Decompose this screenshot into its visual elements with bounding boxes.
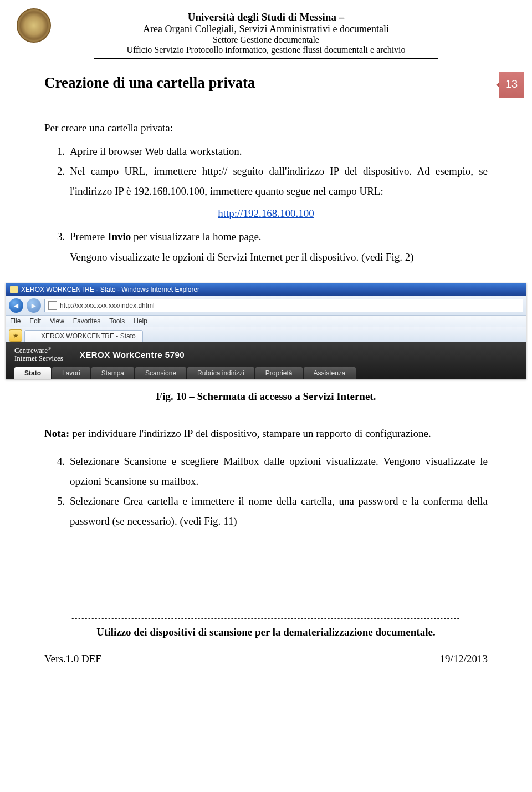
footer-version: Vers.1.0 DEF	[44, 653, 101, 665]
favorites-star-icon[interactable]: ★	[9, 329, 22, 342]
cw-tab-assistenza[interactable]: Assistenza	[304, 367, 356, 379]
document-header: Università degli Studi di Messina – Area…	[44, 11, 488, 59]
step-2: Nel campo URL, immettere http:// seguito…	[68, 161, 488, 201]
footer-meta: Vers.1.0 DEF 19/12/2013	[44, 653, 488, 665]
ie-window-title: XEROX WORKCENTRE - Stato - Windows Inter…	[21, 286, 200, 293]
menu-help[interactable]: Help	[134, 317, 147, 325]
header-separator	[94, 58, 438, 59]
centreware-header: Centreware® Internet Services XEROX Work…	[6, 342, 526, 379]
page-number-callout: 13	[484, 72, 524, 98]
ie-screenshot-figure: XEROX WORKCENTRE - Stato - Windows Inter…	[6, 283, 526, 379]
header-office: Ufficio Servizio Protocollo informatico,…	[44, 45, 488, 55]
step-4: Selezionare Scansione e scegliere Mailbo…	[68, 451, 488, 491]
step-5: Selezionare Crea cartella e immettere il…	[68, 491, 488, 531]
note-text: per individuare l'indirizzo IP del dispo…	[69, 428, 431, 439]
footer-title: Utilizzo dei dispositivi di scansione pe…	[44, 626, 488, 638]
menu-view[interactable]: View	[50, 317, 64, 325]
menu-favorites[interactable]: Favorites	[73, 317, 100, 325]
page-icon	[48, 301, 57, 310]
tab-favicon-icon	[32, 333, 38, 339]
device-model: XEROX WorkCentre 5790	[80, 350, 185, 359]
header-area: Area Organi Collegiali, Servizi Amminist…	[44, 23, 488, 35]
menu-file[interactable]: File	[10, 317, 21, 325]
forward-button-icon[interactable]: ►	[27, 298, 41, 313]
page-number: 13	[499, 72, 524, 98]
step-1: Aprire il browser Web dalla workstation.	[68, 141, 488, 161]
example-url-link[interactable]: http://192.168.100.100	[44, 204, 488, 224]
cw-tab-proprieta[interactable]: Proprietà	[255, 367, 303, 379]
address-bar[interactable]: http://xx.xxx.xxx.xxx/index.dhtml	[44, 299, 523, 312]
header-university: Università degli Studi di Messina –	[44, 11, 488, 23]
note-paragraph: Nota: per individuare l'indirizzo IP del…	[44, 424, 488, 444]
figure-caption: Fig. 10 – Schermata di accesso a Servizi…	[44, 390, 488, 403]
footer-date: 19/12/2013	[439, 653, 488, 665]
university-seal-icon	[17, 8, 51, 43]
note-label: Nota:	[44, 428, 69, 439]
back-button-icon[interactable]: ◄	[9, 298, 23, 313]
intro-text: Per creare una cartella privata:	[44, 118, 488, 138]
step-3: Premere Invio per visualizzare la home p…	[68, 227, 488, 267]
cw-tab-stampa[interactable]: Stampa	[91, 367, 134, 379]
header-sector: Settore Gestione documentale	[44, 35, 488, 45]
cw-tab-stato[interactable]: Stato	[14, 367, 51, 379]
centreware-nav-tabs: Stato Lavori Stampa Scansione Rubrica in…	[14, 367, 518, 379]
address-url: http://xx.xxx.xxx.xxx/index.dhtml	[60, 302, 155, 309]
cw-tab-rubrica[interactable]: Rubrica indirizzi	[187, 367, 254, 379]
ie-menu-bar: File Edit View Favorites Tools Help	[6, 316, 526, 327]
ie-tab-row: ★ XEROX WORKCENTRE - Stato	[6, 327, 526, 342]
footer-separator: ----------------------------------------…	[44, 615, 488, 623]
ie-nav-row: ◄ ► http://xx.xxx.xxx.xxx/index.dhtml	[6, 296, 526, 316]
menu-edit[interactable]: Edit	[29, 317, 41, 325]
browser-tab-label: XEROX WORKCENTRE - Stato	[41, 332, 136, 340]
section-title: Creazione di una cartella privata	[44, 74, 488, 92]
cw-tab-lavori[interactable]: Lavori	[52, 367, 90, 379]
centreware-brand: Centreware® Internet Services	[14, 347, 63, 363]
menu-tools[interactable]: Tools	[109, 317, 125, 325]
ie-favicon-icon	[10, 286, 18, 293]
step-3-note: Vengono visualizzate le opzioni di Servi…	[70, 247, 488, 267]
ie-title-bar: XEROX WORKCENTRE - Stato - Windows Inter…	[6, 283, 526, 296]
cw-tab-scansione[interactable]: Scansione	[135, 367, 186, 379]
browser-tab[interactable]: XEROX WORKCENTRE - Stato	[24, 330, 143, 342]
